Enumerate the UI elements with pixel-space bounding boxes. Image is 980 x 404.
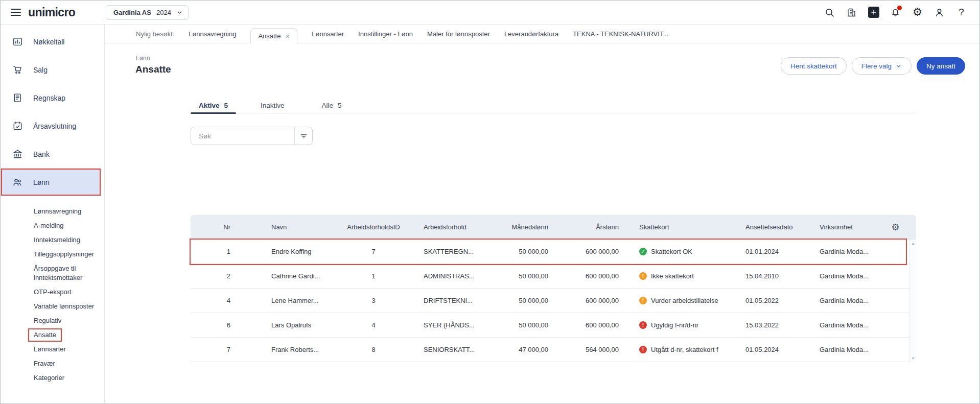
sidebar-subitem-regulativ[interactable]: Regulativ bbox=[1, 314, 104, 328]
user-icon[interactable] bbox=[934, 7, 945, 18]
tab-count: 5 bbox=[224, 102, 228, 109]
sidebar-subitem-otp-eksport[interactable]: OTP-eksport bbox=[1, 285, 104, 299]
table-row-cathrine-gardi[interactable]: 2 Cathrine Gardi... 1 ADMINISTRAS... 50 … bbox=[191, 264, 916, 289]
recent-label: Nylig besøkt: bbox=[136, 30, 174, 38]
menu-icon[interactable] bbox=[11, 9, 21, 16]
status-error-icon: ! bbox=[639, 321, 647, 329]
recent-tab-lonnsavregning[interactable]: Lønnsavregning bbox=[189, 30, 236, 38]
sidebar-item-nokkeltall[interactable]: Nøkkeltall bbox=[1, 28, 101, 56]
close-icon[interactable]: × bbox=[285, 32, 290, 40]
new-employee-button[interactable]: Ny ansatt bbox=[917, 57, 965, 75]
topbar-icons: ⚙ ? bbox=[824, 7, 967, 18]
col-header-skattekort: Skattekort bbox=[625, 223, 739, 231]
company-selector[interactable]: Gardinia AS 2024 bbox=[106, 5, 189, 20]
tab-count: 5 bbox=[338, 102, 342, 109]
settings-icon[interactable]: ⚙ bbox=[912, 7, 923, 18]
col-header-virksomhet: Virksomhet bbox=[813, 223, 882, 231]
payroll-people-icon bbox=[12, 177, 23, 187]
recent-tab-ansatte-active[interactable]: Ansatte × bbox=[250, 28, 297, 43]
sidebar-subitem-tilleggsopplysninger[interactable]: Tilleggsopplysninger bbox=[1, 247, 104, 262]
key-figures-chart-icon bbox=[12, 36, 23, 47]
status-error-icon: ! bbox=[639, 346, 647, 353]
company-year: 2024 bbox=[156, 9, 171, 16]
accounting-document-icon bbox=[12, 92, 23, 103]
scroll-down-icon[interactable]: ▼ bbox=[912, 357, 915, 360]
col-header-nr: Nr bbox=[191, 223, 251, 231]
page-title: Ansatte bbox=[135, 64, 171, 75]
tab-inaktive[interactable]: Inaktive bbox=[252, 98, 297, 113]
skattekort-cell: ! Utgått d-nr, skattekort f bbox=[625, 346, 739, 353]
tab-aktive[interactable]: Aktive 5 bbox=[191, 98, 236, 113]
table-body: 1 Endre Koffing 7 SKATTEREGN... 50 000,0… bbox=[191, 240, 916, 362]
recent-tab-leverandorfaktura[interactable]: Leverandørfaktura bbox=[504, 30, 558, 38]
help-icon[interactable]: ? bbox=[955, 7, 967, 18]
recent-tab-innstillinger-lonn[interactable]: Innstillinger - Lønn bbox=[358, 30, 413, 38]
table-row-lars-opalrufs[interactable]: 6 Lars Opalrufs 4 SYER (HÅNDS... 50 000,… bbox=[191, 313, 916, 338]
status-label: Utgått d-nr, skattekort f bbox=[651, 346, 718, 353]
companies-icon[interactable] bbox=[846, 7, 857, 18]
table-header-row: Nr Navn ArbeidsforholdsID Arbeidsforhold… bbox=[191, 215, 916, 240]
sidebar-subitem-variable-lonnsposter[interactable]: Variable lønnsposter bbox=[1, 299, 104, 314]
sidebar-subitem-lonnsavregning[interactable]: Lønnsavregning bbox=[1, 204, 104, 219]
search-input[interactable] bbox=[191, 127, 294, 145]
notification-badge bbox=[897, 6, 902, 10]
employees-table: Nr Navn ArbeidsforholdsID Arbeidsforhold… bbox=[191, 215, 916, 362]
sidebar-subitem-fravaer[interactable]: Fravær bbox=[1, 357, 104, 371]
page-header: Lønn Ansatte Hent skattekort Flere valg … bbox=[105, 43, 979, 87]
notifications-icon[interactable] bbox=[890, 7, 901, 18]
tab-alle[interactable]: Alle 5 bbox=[314, 98, 350, 113]
status-label: Skattekort OK bbox=[651, 248, 692, 255]
sidebar-subitem-inntektsmelding[interactable]: Inntektsmelding bbox=[1, 233, 104, 247]
sidebar-item-label: Regnskap bbox=[33, 94, 65, 102]
sidebar-item-arsavslutning[interactable]: Årsavslutning bbox=[1, 112, 101, 140]
fetch-tax-cards-button[interactable]: Hent skattekort bbox=[781, 57, 847, 75]
table-settings-cell: ⚙ bbox=[882, 223, 909, 232]
sidebar-subitem-lonnsarter[interactable]: Lønnsarter bbox=[1, 342, 104, 357]
sidebar-item-bank[interactable]: Bank bbox=[1, 140, 101, 168]
table-row-endre-koffing[interactable]: 1 Endre Koffing 7 SKATTEREGN... 50 000,0… bbox=[191, 240, 916, 264]
header-buttons: Hent skattekort Flere valg Ny ansatt bbox=[781, 57, 965, 75]
recent-tabs-strip: Nylig besøkt: Lønnsavregning Ansatte × L… bbox=[105, 25, 979, 43]
sidebar-item-label: Bank bbox=[33, 150, 50, 158]
search-box bbox=[191, 127, 313, 145]
sidebar-item-label: Salg bbox=[33, 66, 48, 74]
col-header-ansettelsesdato: Ansettelsesdato bbox=[739, 223, 813, 231]
status-ok-icon: ✓ bbox=[639, 248, 647, 255]
bank-building-icon bbox=[12, 149, 23, 159]
table-row-lene-hammer[interactable]: 4 Lene Hammer... 3 DRIFTSTEKNI... 50 000… bbox=[191, 289, 916, 313]
column-settings-icon[interactable]: ⚙ bbox=[891, 223, 899, 232]
chevron-down-icon bbox=[895, 63, 902, 69]
sidebar-subitem-ansatte[interactable]: Ansatte bbox=[1, 328, 104, 342]
filter-button[interactable] bbox=[294, 127, 312, 145]
table-row-frank-roberts[interactable]: 7 Frank Roberts... 8 SENIORSKATT... 47 0… bbox=[191, 338, 916, 362]
sidebar-subnav-lonn: Lønnsavregning A-melding Inntektsmelding… bbox=[1, 204, 104, 385]
sidebar-subitem-kategorier[interactable]: Kategorier bbox=[1, 371, 104, 385]
year-end-calendar-icon bbox=[12, 121, 23, 131]
scroll-up-icon[interactable]: ▲ bbox=[912, 242, 915, 245]
table-scrollbar[interactable]: ▲ ▼ bbox=[909, 240, 916, 362]
recent-tab-tekna[interactable]: TEKNA - TEKNISK-NATURVIT... bbox=[573, 30, 668, 38]
annotation-box: Ansatte bbox=[28, 328, 62, 342]
sidebar-subitem-a-melding[interactable]: A-melding bbox=[1, 219, 104, 233]
col-header-manedslonn: Månedslønn bbox=[499, 223, 555, 231]
skattekort-cell: ! Ugyldig f-nr/d-nr bbox=[625, 321, 739, 329]
col-header-arbeidsforhold: Arbeidsforhold bbox=[414, 223, 499, 231]
recent-tab-lonnsarter[interactable]: Lønnsarter bbox=[312, 30, 344, 38]
app-logo[interactable]: unimicro bbox=[28, 6, 75, 19]
skattekort-cell: ✓ Skattekort OK bbox=[625, 248, 739, 255]
sidebar-item-lonn[interactable]: Lønn bbox=[1, 168, 101, 196]
recent-tab-maler-for-lonnsposter[interactable]: Maler for lønnsposter bbox=[427, 30, 490, 38]
create-new-icon[interactable] bbox=[868, 7, 879, 18]
status-warning-icon: ! bbox=[639, 297, 647, 304]
col-header-navn: Navn bbox=[251, 223, 333, 231]
main-content: Nylig besøkt: Lønnsavregning Ansatte × L… bbox=[105, 25, 979, 403]
sidebar-item-label: Lønn bbox=[33, 178, 50, 186]
status-label: Vurder arbeidstillatelse bbox=[651, 297, 718, 304]
status-warning-icon: ! bbox=[639, 272, 647, 280]
sidebar-subitem-arsoppgave[interactable]: Årsoppgave til inntektsmottaker bbox=[1, 262, 105, 285]
sidebar-item-salg[interactable]: Salg bbox=[1, 56, 101, 84]
skattekort-cell: ! Vurder arbeidstillatelse bbox=[625, 297, 739, 304]
search-icon[interactable] bbox=[824, 7, 835, 18]
more-options-button[interactable]: Flere valg bbox=[852, 57, 912, 75]
sidebar-item-regnskap[interactable]: Regnskap bbox=[1, 84, 101, 112]
